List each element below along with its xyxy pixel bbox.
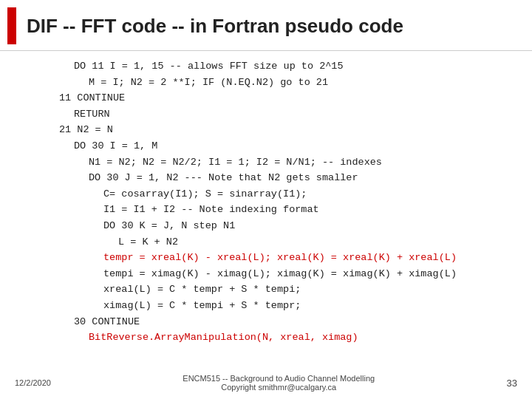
code-line-16: ximag(L) = C * tempi + S * tempr;	[103, 298, 510, 314]
footer-page: 33	[507, 378, 517, 389]
code-line-7: N1 = N2; N2 = N2/2; I1 = 1; I2 = N/N1; -…	[89, 154, 510, 171]
footer-center: ENCM515 -- Background to Audio Channel M…	[51, 374, 507, 392]
code-line-5: 21 N2 = N	[59, 122, 510, 138]
slide: DIF -- FFT code -- in Fortran pseudo cod…	[0, 0, 532, 399]
code-line-15: xreal(L) = C * tempr + S * tempi;	[103, 282, 510, 298]
code-line-8: DO 30 J = 1, N2 --- Note that N2 gets sm…	[89, 170, 510, 186]
code-line-1: DO 11 I = 1, 15 -- allows FFT size up to…	[74, 58, 510, 75]
footer-copyright: Copyright smithmr@ucalgary.ca	[51, 383, 507, 392]
code-block: DO 11 I = 1, 15 -- allows FFT size up to…	[59, 58, 510, 346]
code-line-10: I1 = I1 + I2 -- Note indexing format	[103, 202, 510, 218]
footer: 12/2/2020 ENCM515 -- Background to Audio…	[0, 374, 532, 392]
code-line-2: M = I; N2 = 2 **I; IF (N.EQ.N2) go to 21	[89, 75, 510, 91]
code-content: DO 11 I = 1, 15 -- allows FFT size up to…	[0, 51, 532, 353]
code-line-18: BitReverse.ArrayManipulation(N, xreal, x…	[89, 330, 510, 346]
code-line-13: tempr = xreal(K) - xreal(L); xreal(K) = …	[103, 250, 510, 266]
code-line-4: RETURN	[74, 106, 510, 123]
header: DIF -- FFT code -- in Fortran pseudo cod…	[0, 0, 532, 51]
code-line-11: DO 30 K = J, N step N1	[103, 218, 510, 234]
slide-title: DIF -- FFT code -- in Fortran pseudo cod…	[27, 15, 403, 38]
code-line-17: 30 CONTINUE	[74, 314, 510, 330]
code-line-14: tempi = ximag(K) - ximag(L); ximag(K) = …	[103, 266, 510, 282]
code-line-9: C= cosarray(I1); S = sinarray(I1);	[103, 186, 510, 202]
footer-course: ENCM515 -- Background to Audio Channel M…	[51, 374, 507, 383]
header-accent-bar	[7, 7, 16, 44]
code-line-6: DO 30 I = 1, M	[74, 138, 510, 154]
code-line-12: L = K + N2	[118, 234, 510, 250]
footer-date: 12/2/2020	[15, 378, 51, 387]
code-line-3: 11 CONTINUE	[59, 90, 510, 106]
